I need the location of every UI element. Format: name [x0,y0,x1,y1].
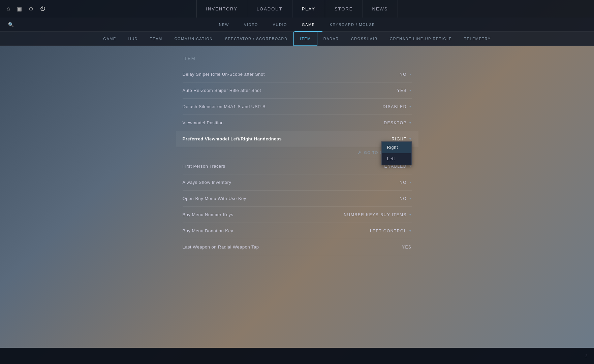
chevron-down-icon-3: ▾ [409,105,412,108]
monitor-icon[interactable]: ▣ [17,6,22,12]
tab-new[interactable]: NEW [212,18,237,32]
setting-row-viewmodel-position: Viewmodel Position DESKTOP ▾ [183,115,412,131]
switch-hand-row: ↗ GO TO SWITCH HAND [183,147,412,158]
settings-bar: 🔍 NEW VIDEO AUDIO GAME KEYBOARD / MOUSE [0,18,594,32]
type-item[interactable]: ITEM [293,32,317,46]
search-icon[interactable]: 🔍 [8,22,14,27]
setting-row-last-weapon: Last Weapon on Radial Weapon Tap YES [183,239,412,255]
top-bar-nav: INVENTORY LOADOUT PLAY STORE NEWS [196,0,398,18]
type-game[interactable]: GAME [97,32,122,46]
setting-row-delay-sniper: Delay Sniper Rifle Un-Scope after Shot N… [183,66,412,82]
setting-value-detach-silencer[interactable]: DISABLED ▾ [383,104,412,109]
chevron-down-icon-2: ▾ [409,89,412,92]
setting-label-tracers: First Person Tracers [183,164,225,169]
setting-value-text-buy-menu-use-key: NO [400,196,407,201]
type-hud[interactable]: HUD [122,32,144,46]
top-bar: ⌂ ▣ ⚙ ⏻ INVENTORY LOADOUT PLAY STORE NEW… [0,0,594,18]
power-icon[interactable]: ⏻ [40,6,45,12]
home-icon[interactable]: ⌂ [7,6,10,12]
handedness-dropdown-container: RIGHT ▾ Right Left [392,137,411,141]
chevron-down-icon: ▾ [409,72,412,76]
handedness-dropdown-menu: Right Left [381,141,412,165]
setting-value-text-viewmodel-position: DESKTOP [384,121,407,125]
external-link-icon: ↗ [357,150,361,155]
type-team[interactable]: TEAM [144,32,168,46]
setting-value-viewmodel-position[interactable]: DESKTOP ▾ [384,121,411,125]
section-title: Item [183,56,412,61]
setting-row-buy-menu-donation: Buy Menu Donation Key LEFT CONTROL ▾ [183,223,412,239]
type-communication[interactable]: COMMUNICATION [168,32,219,46]
chevron-down-icon-6: ▾ [409,164,412,168]
setting-value-text-buy-menu-num-keys: NUMBER KEYS BUY ITEMS [344,212,407,217]
gear-icon[interactable]: ⚙ [29,6,33,12]
type-crosshair[interactable]: CROSSHAIR [345,32,384,46]
setting-label-buy-menu-use-key: Open Buy Menu With Use Key [183,196,246,201]
setting-row-buy-menu-num-keys: Buy Menu Number Keys NUMBER KEYS BUY ITE… [183,207,412,223]
setting-value-text-last-weapon: YES [402,245,412,250]
chevron-down-icon-7: ▾ [409,180,412,184]
setting-value-handedness[interactable]: RIGHT ▾ [392,137,411,141]
setting-value-text-show-inventory: NO [400,180,407,185]
setting-value-last-weapon: YES [402,245,412,250]
type-grenade-reticle[interactable]: GRENADE LINE-UP RETICLE [384,32,458,46]
tab-game[interactable]: GAME [294,18,322,32]
setting-label-show-inventory: Always Show Inventory [183,180,231,185]
setting-row-handedness: Preferred Viewmodel Left/Right Handednes… [176,131,418,147]
bottom-bar: 2 [0,348,594,364]
dropdown-option-right[interactable]: Right [382,142,411,153]
bottom-bar-text: 2 [585,354,587,358]
setting-value-text-handedness: RIGHT [392,137,407,141]
chevron-down-icon-4: ▾ [409,121,412,125]
setting-label-buy-menu-donation: Buy Menu Donation Key [183,228,233,233]
type-spectator-scoreboard[interactable]: SPECTATOR / SCOREBOARD [219,32,294,46]
setting-label-delay-sniper: Delay Sniper Rifle Un-Scope after Shot [183,72,265,77]
nav-inventory[interactable]: INVENTORY [196,0,247,18]
setting-label-detach-silencer: Detach Silencer on M4A1-S and USP-S [183,104,266,109]
tab-audio[interactable]: AUDIO [265,18,294,32]
type-radar[interactable]: RADAR [317,32,345,46]
chevron-down-icon-10: ▾ [409,229,412,233]
chevron-down-icon-9: ▾ [409,213,412,217]
chevron-down-icon-5: ▾ [409,137,412,141]
setting-label-buy-menu-num-keys: Buy Menu Number Keys [183,212,233,217]
top-bar-icons: ⌂ ▣ ⚙ ⏻ [7,6,45,12]
setting-row-buy-menu-use-key: Open Buy Menu With Use Key NO ▾ [183,191,412,207]
setting-label-last-weapon: Last Weapon on Radial Weapon Tap [183,244,259,250]
nav-news[interactable]: NEWS [363,0,398,18]
type-bar: GAME HUD TEAM COMMUNICATION SPECTATOR / … [0,32,594,46]
nav-play[interactable]: PLAY [292,0,325,18]
nav-loadout[interactable]: LOADOUT [247,0,292,18]
setting-row-tracers: First Person Tracers ENABLED ▾ [183,158,412,174]
setting-row-detach-silencer: Detach Silencer on M4A1-S and USP-S DISA… [183,99,412,115]
dropdown-option-left[interactable]: Left [382,153,411,165]
setting-row-show-inventory: Always Show Inventory NO ▾ [183,174,412,191]
chevron-down-icon-8: ▾ [409,197,412,200]
setting-value-text-auto-rezoom: YES [397,88,407,93]
type-telemetry[interactable]: TELEMETRY [458,32,497,46]
setting-label-viewmodel-position: Viewmodel Position [183,120,224,125]
setting-value-text-buy-menu-donation: LEFT CONTROL [370,229,407,233]
tab-video[interactable]: VIDEO [237,18,265,32]
setting-value-text-delay-sniper: NO [400,72,407,77]
setting-label-handedness: Preferred Viewmodel Left/Right Handednes… [183,136,282,141]
content-panel: Item Delay Sniper Rifle Un-Scope after S… [183,56,412,255]
setting-value-buy-menu-num-keys[interactable]: NUMBER KEYS BUY ITEMS ▾ [344,212,411,217]
setting-value-show-inventory[interactable]: NO ▾ [400,180,412,185]
setting-value-buy-menu-use-key[interactable]: NO ▾ [400,196,412,201]
setting-row-auto-rezoom: Auto Re-Zoom Sniper Rifle after Shot YES… [183,82,412,99]
setting-value-text-detach-silencer: DISABLED [383,104,407,109]
main-content: Item Delay Sniper Rifle Un-Scope after S… [0,46,594,265]
setting-value-delay-sniper[interactable]: NO ▾ [400,72,412,77]
tab-keyboard-mouse[interactable]: KEYBOARD / MOUSE [322,18,383,32]
setting-value-auto-rezoom[interactable]: YES ▾ [397,88,411,93]
setting-value-buy-menu-donation[interactable]: LEFT CONTROL ▾ [370,229,412,233]
nav-store[interactable]: STORE [325,0,363,18]
setting-label-auto-rezoom: Auto Re-Zoom Sniper Rifle after Shot [183,88,261,93]
